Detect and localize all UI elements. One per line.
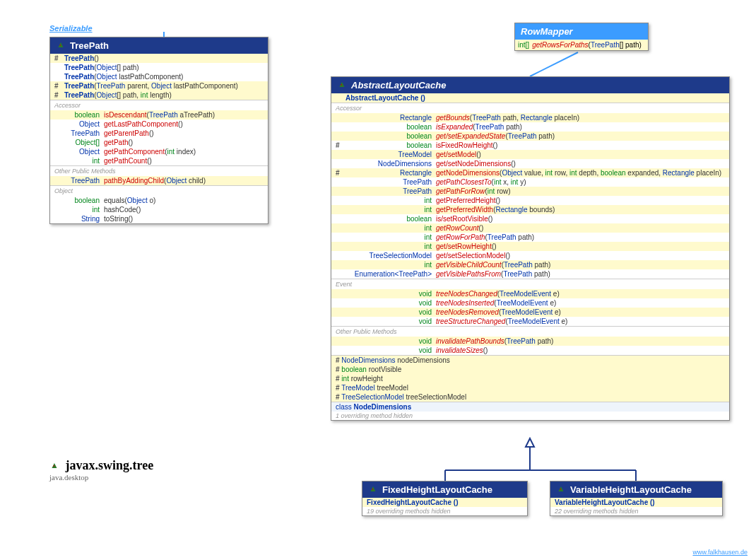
method-row: TreePathgetPathForRow (int row): [331, 187, 729, 196]
class-title: FixedHeightLayoutCache: [382, 484, 492, 495]
hidden-methods-note: 22 overriding methods hidden: [550, 507, 722, 515]
method-row: TreePathpathByAddingChild (Object child): [50, 176, 268, 185]
method-row: ObjectgetPathComponent (int index): [50, 147, 268, 156]
class-header: AbstractLayoutCache: [331, 77, 729, 93]
method-row: voidinvalidatePathBounds (TreePath path): [331, 337, 729, 346]
interface-rowmapper: RowMapper int[] getRowsForPaths (TreePat…: [514, 23, 649, 51]
module-name: java.desktop: [49, 473, 153, 482]
method-row: NodeDimensionsget/setNodeDimensions (): [331, 159, 729, 168]
method-row: Enumeration<TreePath>getVisiblePathsFrom…: [331, 269, 729, 279]
method-row: intgetPreferredWidth (Rectangle bounds): [331, 205, 729, 214]
section-accessor: Accessor: [331, 103, 729, 113]
method-row: inthashCode (): [50, 205, 268, 214]
constructor-row: TreePath (Object lastPathComponent): [50, 72, 268, 81]
method-row: intgetPathCount (): [50, 156, 268, 165]
class-title: VariableHeightLayoutCache: [570, 484, 692, 495]
constructor-row: TreePath (Object[] path): [50, 63, 268, 72]
class-abstractlayoutcache: AbstractLayoutCache AbstractLayoutCache …: [331, 76, 730, 421]
section-accessor: Accessor: [50, 100, 268, 110]
method-row: intgetPreferredHeight (): [331, 196, 729, 205]
method-row: booleanget/setExpandedState (TreePath pa…: [331, 132, 729, 141]
section-event: Event: [331, 279, 729, 289]
method-row: intgetRowForPath (TreePath path): [331, 233, 729, 242]
method-row: RectanglegetBounds (TreePath path, Recta…: [331, 113, 729, 122]
section-object: Object: [50, 186, 268, 196]
footer-link[interactable]: www.falkhausen.de: [692, 549, 748, 556]
constructor-row: #TreePath (Object[] path, int length): [50, 91, 268, 100]
interface-header: RowMapper: [515, 23, 648, 40]
method-row: intget/setRowHeight (): [331, 242, 729, 251]
constructor-row: #TreePath (TreePath parent, Object lastP…: [50, 81, 268, 91]
method-row: int[] getRowsForPaths (TreePath[] path): [515, 40, 648, 50]
class-icon: [368, 485, 378, 495]
package-name: javax.swing.tree: [66, 458, 154, 472]
class-icon: [337, 81, 347, 91]
class-treepath: TreePath #TreePath ()TreePath (Object[] …: [49, 37, 268, 224]
svg-line-1: [530, 52, 578, 76]
method-row: intgetRowCount (): [331, 223, 729, 233]
method-row: booleanequals (Object o): [50, 196, 268, 205]
class-header: FixedHeightLayoutCache: [362, 482, 527, 498]
inner-class-row: class NodeDimensions: [331, 402, 729, 412]
tree-icon: [49, 462, 59, 472]
method-row: Object[]getPath (): [50, 138, 268, 147]
field-row: # NodeDimensions nodeDimensions: [331, 356, 729, 365]
method-row: TreeSelectionModelget/setSelectionModel …: [331, 251, 729, 260]
interface-title: RowMapper: [521, 26, 573, 37]
constructor-row: #TreePath (): [50, 54, 268, 63]
method-row: #booleanisFixedRowHeight (): [331, 141, 729, 150]
section-other: Other Public Methods: [331, 327, 729, 337]
field-row: # TreeSelectionModel treeSelectionModel: [331, 392, 729, 402]
method-args: (TreePath[] path): [589, 41, 642, 49]
hidden-methods-note: 1 overriding method hidden: [331, 412, 729, 420]
method-row: #RectanglegetNodeDimensions (Object valu…: [331, 168, 729, 177]
class-title: AbstractLayoutCache: [351, 80, 446, 91]
method-row: StringtoString (): [50, 214, 268, 223]
method-row: voidtreeNodesRemoved (TreeModelEvent e): [331, 308, 729, 317]
class-title: TreePath: [70, 40, 109, 51]
constructor-row: VariableHeightLayoutCache (): [550, 498, 722, 507]
method-row: ObjectgetLastPathComponent (): [50, 119, 268, 129]
interface-link-serializable[interactable]: Serializable: [49, 24, 93, 33]
field-row: # boolean rootVisible: [331, 365, 729, 374]
method-row: intgetVisibleChildCount (TreePath path): [331, 260, 729, 269]
hidden-methods-note: 19 overriding methods hidden: [362, 507, 527, 515]
constructor-row: AbstractLayoutCache (): [331, 93, 729, 103]
method-row: booleanisDescendant (TreePath aTreePath): [50, 110, 268, 119]
constructor-row: FixedHeightLayoutCache (): [362, 498, 527, 507]
method-row: TreePathgetPathClosestTo (int x, int y): [331, 177, 729, 187]
field-row: # TreeModel treeModel: [331, 383, 729, 392]
field-row: # int rowHeight: [331, 374, 729, 383]
return-type: int[]: [518, 41, 532, 49]
method-row: booleanis/setRootVisible (): [331, 214, 729, 223]
method-row: TreePathgetParentPath (): [50, 129, 268, 138]
method-row: voidtreeNodesInserted (TreeModelEvent e): [331, 298, 729, 308]
method-row: voidtreeNodesChanged (TreeModelEvent e): [331, 289, 729, 298]
class-header: TreePath: [50, 37, 268, 54]
class-icon: [56, 41, 66, 51]
method-row: TreeModelget/setModel (): [331, 150, 729, 159]
method-name: getRowsForPaths: [532, 41, 588, 49]
package-label: javax.swing.tree java.desktop: [49, 458, 153, 482]
method-row: booleanisExpanded (TreePath path): [331, 122, 729, 132]
method-row: voidtreeStructureChanged (TreeModelEvent…: [331, 317, 729, 326]
class-fixedheightlayoutcache: FixedHeightLayoutCache FixedHeightLayout…: [362, 481, 528, 516]
section-other: Other Public Methods: [50, 166, 268, 176]
method-row: voidinvalidateSizes (): [331, 346, 729, 355]
svg-marker-6: [526, 438, 534, 447]
class-icon: [556, 485, 566, 495]
class-header: VariableHeightLayoutCache: [550, 482, 722, 498]
class-variableheightlayoutcache: VariableHeightLayoutCache VariableHeight…: [550, 481, 723, 516]
